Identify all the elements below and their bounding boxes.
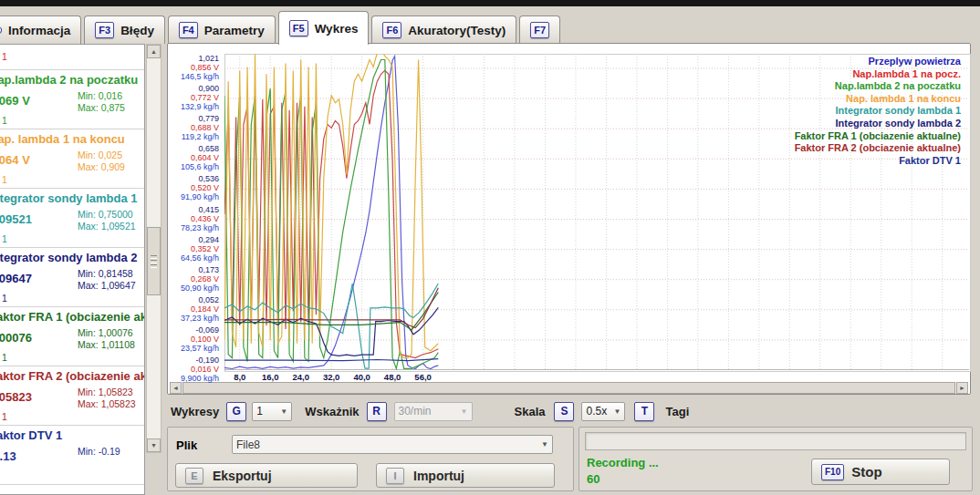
fkey-badge: F3	[95, 22, 114, 38]
tab-informacja[interactable]: Informacja	[0, 15, 81, 44]
fkey-badge: F6	[382, 22, 401, 38]
parameter-channel: 1	[0, 412, 145, 422]
parameter-min-max: Min: 0,025Max: 0,909	[78, 150, 125, 173]
scroll-left-icon[interactable]: ◄	[170, 382, 182, 394]
scroll-right-icon[interactable]: ►	[956, 382, 968, 394]
fkey-badge: F5	[289, 20, 308, 36]
stop-button-label: Stop	[851, 464, 881, 480]
scale-value: 0.5x	[586, 405, 607, 418]
parameter-max: Max: 1,05823	[78, 398, 136, 410]
parameter-value: 1,09647	[0, 272, 32, 285]
parameter-value-row: 1,05823Min: 1,05823Max: 1,05823	[0, 388, 145, 412]
tab-label: Informacja	[8, 24, 70, 37]
parameter-channel: 1	[0, 353, 145, 363]
parameter-max: Max: 1,01108	[78, 339, 135, 351]
parameter-item-nap-lambda-2-na-poczatku[interactable]: Nap.lambda 2 na poczatku0,069 VMin: 0,01…	[0, 70, 145, 129]
tab-label: Parametry	[204, 24, 265, 37]
x-axis-tick-label: 40,0	[349, 372, 376, 382]
record-message-input[interactable]	[585, 432, 966, 450]
import-button[interactable]: I Importuj	[376, 463, 555, 488]
tab-label: Wykres	[315, 22, 359, 36]
y-axis-label-volt: 0,352 V	[168, 245, 219, 254]
parameter-item-faktor-dtv-1[interactable]: Faktor DTV 1-0.13Min: -0.19	[0, 426, 145, 485]
file-panel: Plik File8▼ E Eksportuj I Importuj	[167, 427, 574, 491]
graphs-count-select[interactable]: 1▼	[252, 402, 292, 421]
parameter-value: 0,064 V	[0, 153, 30, 167]
sidebar-scrollbar[interactable]: ▲ ▼	[146, 44, 162, 453]
x-axis-tick-label: 32,0	[318, 372, 345, 382]
parameter-title: Nap. lambda 1 na koncu	[0, 133, 145, 146]
chart-horizontal-scrollbar[interactable]: ◄ ►	[170, 382, 968, 394]
parameter-value-row: 0,064 VMin: 0,025Max: 0,909	[0, 151, 145, 175]
parameter-item-faktor-fra-1-obciazenie-aktualne[interactable]: Faktor FRA 1 (obciazenie aktualne)1,0007…	[0, 307, 145, 366]
parameter-min-max: Min: 0,016Max: 0,875	[78, 90, 125, 114]
export-button[interactable]: E Eksportuj	[175, 463, 358, 488]
legend-item-przeplyw-powietrza: Przeplyw powietrza	[795, 56, 961, 68]
parameter-item-integrator-sondy-lambda-1[interactable]: Integrator sondy lambda 11,09521Min: 0,7…	[0, 189, 145, 248]
tags-key-badge: T	[634, 402, 654, 421]
chart-panel: Przeplyw powietrzaNap.lambda 1 na pocz.N…	[167, 43, 971, 395]
parameter-item-nap-lambda-1-na-koncu[interactable]: Nap. lambda 1 na koncu0,064 VMin: 0,025M…	[0, 129, 145, 189]
record-panel: Recording ... 60 F10 Stop	[579, 427, 973, 491]
export-key-badge: E	[185, 468, 203, 484]
parameter-title: Integrator sondy lambda 2	[0, 252, 145, 264]
y-axis-label-flow: 23,57 kg/h	[168, 345, 219, 354]
chart-scrollbar-thumb[interactable]	[182, 382, 955, 394]
graphs-count-value: 1	[256, 405, 263, 418]
tab-item[interactable]: F7	[519, 15, 560, 44]
x-axis-tick-label: 24,0	[287, 372, 315, 382]
parameter-item-faktor-fra-2-obciazenie-aktualne[interactable]: Faktor FRA 2 (obciazenie aktualne)1,0582…	[0, 366, 145, 426]
y-axis-label-unitless: 0,294	[168, 236, 219, 245]
skala-label: Skala	[515, 405, 546, 418]
parameter-item-integrator-sondy-lambda-2[interactable]: Integrator sondy lambda 21,09647Min: 0,8…	[0, 248, 145, 307]
parameter-value: -0.13	[0, 449, 16, 463]
legend-item-faktor-dtv-1: Faktor DTV 1	[795, 155, 961, 168]
parameter-value-row: 1,09647Min: 0,81458Max: 1,09647	[0, 270, 145, 294]
tab-parametry[interactable]: F4Parametry	[168, 15, 276, 44]
stop-button[interactable]: F10 Stop	[811, 459, 950, 485]
tab-bar: InformacjaF3BłędyF4ParametryF5WykresF6Ak…	[0, 6, 980, 44]
file-select-value: File8	[236, 438, 260, 451]
chevron-down-icon: ▼	[276, 407, 287, 416]
parameter-value: 1,09521	[0, 212, 32, 226]
parameter-value: 1,00076	[0, 331, 32, 345]
y-axis-label-flow: 78,23 kg/h	[168, 224, 219, 233]
parameter-min: Min: 1,05823	[78, 387, 136, 398]
tab-wykres[interactable]: F5Wykres	[278, 11, 370, 45]
y-axis-label-unitless: 0,052	[168, 296, 219, 305]
parameter-min-max: Min: 0,81458Max: 1,09647	[78, 268, 136, 292]
parameter-item-item[interactable]: 1	[0, 45, 145, 70]
y-axis-label-flow: 91,90 kg/h	[168, 193, 219, 202]
wykresy-label: Wykresy	[171, 405, 219, 418]
parameter-value: 0,069 V	[0, 94, 30, 108]
legend-item-nap-lambda-2-na-poczatku: Nap.lambda 2 na poczatku	[795, 80, 961, 93]
parameter-min: Min: 0,025	[78, 150, 125, 161]
scroll-up-icon[interactable]: ▲	[147, 45, 161, 58]
legend-item-nap-lambda-1-na-pocz: Nap.lambda 1 na pocz.	[795, 68, 961, 81]
parameter-max: Max: 1,09647	[78, 280, 136, 292]
y-axis-label-flow: 119,2 kg/h	[168, 133, 219, 142]
x-axis-tick-label: 56,0	[410, 372, 437, 382]
import-key-badge: I	[386, 468, 404, 484]
scroll-down-icon[interactable]: ▼	[147, 438, 161, 452]
tab-label: Akuratory(Testy)	[408, 24, 506, 37]
tab-akuratory-testy[interactable]: F6Akuratory(Testy)	[371, 15, 516, 44]
file-select[interactable]: File8▼	[232, 435, 553, 454]
parameter-channel: 1	[0, 175, 145, 185]
parameter-value-row: -0.13Min: -0.19	[0, 448, 145, 471]
parameter-channel: 1	[0, 234, 145, 244]
fkey-badge: F7	[530, 22, 549, 38]
parameter-min-max: Min: 1,05823Max: 1,05823	[78, 387, 136, 410]
recording-status: Recording ...	[587, 456, 659, 469]
scale-select[interactable]: 0.5x▼	[581, 402, 625, 421]
tab-b-dy[interactable]: F3Błędy	[84, 15, 165, 44]
y-axis-label-flow: 50,90 kg/h	[168, 284, 219, 294]
graphs-key-badge: G	[226, 402, 246, 421]
recording-counter: 60	[587, 472, 599, 486]
import-button-label: Importuj	[413, 469, 464, 483]
rate-select[interactable]: 30/min▼	[394, 402, 473, 421]
plik-label: Plik	[176, 438, 197, 452]
sidebar-scrollbar-thumb[interactable]	[147, 227, 161, 295]
y-axis-label-volt: 0,100 V	[168, 335, 219, 345]
parameter-min-max: Min: 0,75000Max: 1,09521	[78, 209, 136, 232]
